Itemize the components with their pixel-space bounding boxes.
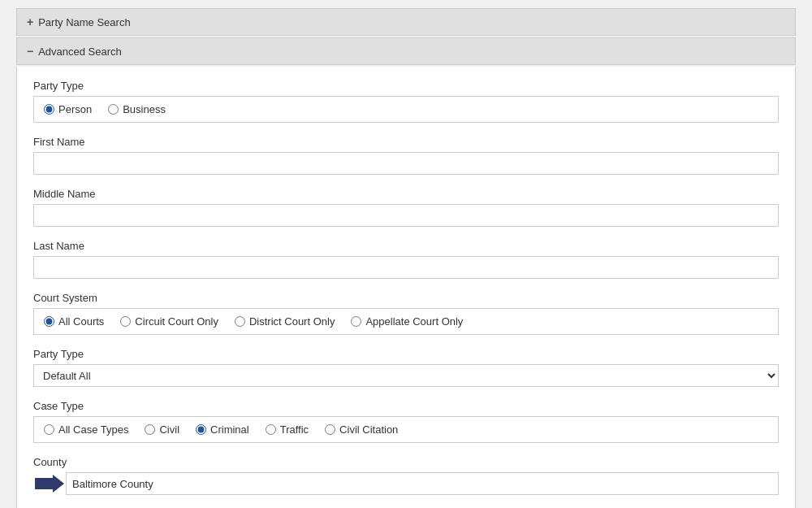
county-group: County bbox=[33, 456, 779, 495]
case-type-group: Case Type All Case Types Civil Criminal … bbox=[33, 400, 779, 443]
party-type2-group: Party Type Default All bbox=[33, 348, 779, 387]
case-criminal-radio[interactable] bbox=[196, 424, 206, 435]
case-traffic-label[interactable]: Traffic bbox=[280, 423, 309, 436]
last-name-label: Last Name bbox=[33, 240, 779, 252]
county-arrow-row bbox=[33, 472, 779, 495]
party-type-business-label[interactable]: Business bbox=[123, 103, 166, 115]
first-name-label: First Name bbox=[33, 136, 779, 148]
case-civil-item[interactable]: Civil bbox=[145, 423, 179, 436]
court-district-radio[interactable] bbox=[235, 316, 245, 327]
court-system-label: Court System bbox=[33, 292, 779, 304]
party-name-search-header[interactable]: + Party Name Search bbox=[16, 8, 796, 36]
party-type2-select[interactable]: Default All bbox=[33, 364, 779, 387]
court-circuit-item[interactable]: Circuit Court Only bbox=[120, 315, 218, 328]
case-all-label[interactable]: All Case Types bbox=[58, 423, 128, 436]
court-all-item[interactable]: All Courts bbox=[44, 315, 104, 328]
party-name-search-label: Party Name Search bbox=[38, 16, 130, 28]
court-all-label[interactable]: All Courts bbox=[58, 315, 104, 328]
advanced-search-header[interactable]: − Advanced Search bbox=[16, 37, 796, 65]
county-input[interactable] bbox=[66, 472, 779, 495]
case-civil-citation-label[interactable]: Civil Citation bbox=[339, 423, 398, 436]
middle-name-group: Middle Name bbox=[33, 188, 779, 227]
case-civil-radio[interactable] bbox=[145, 424, 155, 435]
first-name-group: First Name bbox=[33, 136, 779, 175]
court-district-item[interactable]: District Court Only bbox=[235, 315, 335, 328]
case-civil-citation-radio[interactable] bbox=[325, 424, 335, 435]
county-input-wrapper bbox=[66, 472, 779, 495]
arrow-right-icon bbox=[35, 475, 64, 493]
case-criminal-label[interactable]: Criminal bbox=[210, 423, 249, 436]
party-type-person-item[interactable]: Person bbox=[44, 103, 92, 115]
advanced-search-body: Party Type Person Business First Name Mi… bbox=[16, 67, 796, 508]
case-all-item[interactable]: All Case Types bbox=[44, 423, 128, 436]
case-civil-label[interactable]: Civil bbox=[159, 423, 179, 436]
court-district-label[interactable]: District Court Only bbox=[249, 315, 335, 328]
advanced-search-label: Advanced Search bbox=[38, 46, 122, 58]
advanced-search-collapse-icon: − bbox=[27, 45, 33, 58]
party-type-business-item[interactable]: Business bbox=[108, 103, 166, 115]
last-name-group: Last Name bbox=[33, 240, 779, 279]
party-name-search-expand-icon: + bbox=[27, 15, 33, 28]
court-all-radio[interactable] bbox=[44, 316, 54, 327]
court-appellate-radio[interactable] bbox=[351, 316, 361, 327]
arrow-indicator bbox=[33, 472, 66, 495]
county-label: County bbox=[33, 456, 779, 468]
case-civil-citation-item[interactable]: Civil Citation bbox=[325, 423, 398, 436]
court-appellate-label[interactable]: Appellate Court Only bbox=[365, 315, 463, 328]
first-name-input[interactable] bbox=[33, 152, 779, 175]
party-type-business-radio[interactable] bbox=[108, 104, 119, 115]
court-circuit-label[interactable]: Circuit Court Only bbox=[135, 315, 218, 328]
case-traffic-radio[interactable] bbox=[266, 424, 276, 435]
court-circuit-radio[interactable] bbox=[120, 316, 131, 327]
party-type-person-label[interactable]: Person bbox=[58, 103, 92, 115]
court-system-group: Court System All Courts Circuit Court On… bbox=[33, 292, 779, 335]
case-criminal-item[interactable]: Criminal bbox=[196, 423, 249, 436]
court-system-radio-group: All Courts Circuit Court Only District C… bbox=[33, 308, 779, 335]
middle-name-label: Middle Name bbox=[33, 188, 779, 200]
party-type-radio-group: Person Business bbox=[33, 96, 779, 123]
case-traffic-item[interactable]: Traffic bbox=[266, 423, 309, 436]
court-appellate-item[interactable]: Appellate Court Only bbox=[351, 315, 463, 328]
svg-marker-0 bbox=[35, 475, 64, 493]
page-wrapper: + Party Name Search − Advanced Search Pa… bbox=[0, 0, 812, 508]
case-type-radio-group: All Case Types Civil Criminal Traffic Ci… bbox=[33, 416, 779, 443]
middle-name-input[interactable] bbox=[33, 204, 779, 227]
party-type-group: Party Type Person Business bbox=[33, 80, 779, 123]
last-name-input[interactable] bbox=[33, 256, 779, 279]
case-all-radio[interactable] bbox=[44, 424, 54, 435]
case-type-label: Case Type bbox=[33, 400, 779, 412]
party-type-label: Party Type bbox=[33, 80, 779, 92]
party-type2-label: Party Type bbox=[33, 348, 779, 360]
party-type-person-radio[interactable] bbox=[44, 104, 54, 115]
